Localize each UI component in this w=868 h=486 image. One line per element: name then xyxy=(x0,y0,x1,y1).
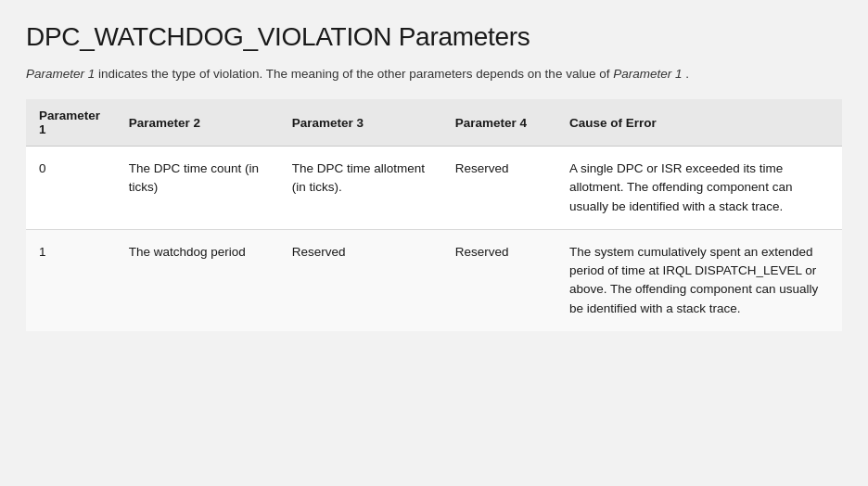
cell-p4-row1: Reserved xyxy=(442,229,556,331)
page-title: DPC_WATCHDOG_VIOLATION Parameters xyxy=(26,22,842,52)
param1-ref-2: Parameter 1 xyxy=(613,67,682,81)
desc-text-2: . xyxy=(685,67,689,81)
cell-p3-row0: The DPC time allotment (in ticks). xyxy=(279,147,442,230)
cell-p2-row1: The watchdog period xyxy=(116,229,279,331)
cell-p1-row0: 0 xyxy=(26,147,116,230)
cell-cause-row0: A single DPC or ISR exceeded its time al… xyxy=(556,147,842,230)
param1-ref-1: Parameter 1 xyxy=(26,67,95,81)
header-param2: Parameter 2 xyxy=(116,99,279,147)
header-param4: Parameter 4 xyxy=(442,99,556,147)
table-header: Parameter 1 Parameter 2 Parameter 3 Para… xyxy=(26,99,842,147)
cell-cause-row1: The system cumulatively spent an extende… xyxy=(556,229,842,331)
table-body: 0The DPC time count (in ticks)The DPC ti… xyxy=(26,147,842,331)
header-param3: Parameter 3 xyxy=(279,99,442,147)
cell-p1-row1: 1 xyxy=(26,229,116,331)
page-description: Parameter 1 indicates the type of violat… xyxy=(26,67,842,81)
parameters-table: Parameter 1 Parameter 2 Parameter 3 Para… xyxy=(26,99,842,331)
header-param1: Parameter 1 xyxy=(26,99,116,147)
header-row: Parameter 1 Parameter 2 Parameter 3 Para… xyxy=(26,99,842,147)
cell-p2-row0: The DPC time count (in ticks) xyxy=(116,147,279,230)
desc-text-1: indicates the type of violation. The mea… xyxy=(98,67,613,81)
cell-p4-row0: Reserved xyxy=(442,147,556,230)
table-row: 0The DPC time count (in ticks)The DPC ti… xyxy=(26,147,842,230)
table-row: 1The watchdog periodReservedReservedThe … xyxy=(26,229,842,331)
header-cause: Cause of Error xyxy=(556,99,842,147)
cell-p3-row1: Reserved xyxy=(279,229,442,331)
